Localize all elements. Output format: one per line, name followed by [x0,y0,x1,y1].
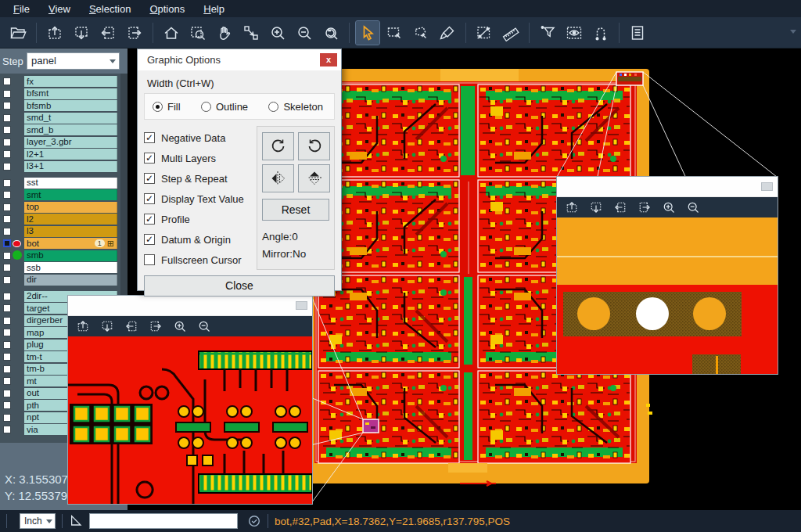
window-button[interactable] [761,182,773,191]
refresh-icon[interactable] [247,514,261,528]
layer-visibility-checkbox[interactable] [3,203,11,211]
menu-item[interactable]: Options [141,2,193,16]
layer-row[interactable]: smb [0,250,128,261]
layer-visibility-checkbox[interactable] [3,377,11,385]
layer-row[interactable]: smd_t [0,113,128,124]
brush-icon[interactable] [436,21,459,45]
pan-right-icon[interactable] [149,319,163,333]
menu-item[interactable]: View [40,2,79,16]
layer-visibility-checkbox[interactable] [3,239,11,247]
graphic-options-dialog[interactable]: Graphic Options x Width (Ctrl+W) Fill Ou… [137,49,342,291]
ruler-icon[interactable] [499,21,523,45]
menu-item[interactable]: Selection [81,2,139,16]
layer-name[interactable]: l2+1 [24,149,117,160]
layer-visibility-checkbox[interactable] [3,304,11,312]
magnifier-view[interactable] [557,217,778,374]
select-arrow-icon[interactable] [356,21,379,45]
layer-row[interactable]: smt [0,189,128,200]
dialog-title-bar[interactable]: Graphic Options x [138,49,341,70]
layer-name[interactable]: l3 [24,226,117,237]
mirror-horizontal-button[interactable] [262,164,294,192]
layer-name[interactable]: fx [24,76,117,87]
magnifier-window-top-right[interactable] [556,176,778,375]
zoom-in-icon[interactable] [173,319,187,333]
option-checkbox[interactable]: Negative Data [144,128,257,148]
zoom-out-icon[interactable] [293,21,316,45]
layer-visibility-checkbox[interactable] [3,317,11,325]
layer-visibility-checkbox[interactable] [3,264,11,271]
layer-name[interactable]: l3+1 [24,161,117,172]
menu-item[interactable]: File [5,2,38,16]
close-icon[interactable]: x [320,53,337,66]
layer-name[interactable]: smd_t [24,113,117,124]
filter-icon[interactable] [536,21,559,45]
layer-row[interactable]: l2 [0,214,128,225]
layer-row[interactable]: smd_b [0,124,128,135]
radio-option[interactable]: Skeleton [268,101,323,113]
option-checkbox[interactable]: Profile [144,209,257,229]
option-checkbox[interactable]: Display Text Value [144,189,257,209]
unit-select[interactable]: Inch [20,513,56,529]
pan-hand-icon[interactable] [213,21,236,45]
layer-visibility-checkbox[interactable] [3,329,11,336]
zoom-out-icon[interactable] [197,319,211,333]
layer-name[interactable]: bfsmb [24,100,117,111]
layer-row[interactable]: bot 1 ⊞ [0,238,128,249]
layer-name[interactable]: sst [24,178,117,189]
mirror-vertical-button[interactable] [298,164,330,192]
pan-up-icon[interactable] [565,200,579,214]
layer-visibility-checkbox[interactable] [3,215,11,223]
toolbar-overflow-icon[interactable] [790,30,796,34]
rotate-ccw-button[interactable] [298,132,330,160]
layer-visibility-checkbox[interactable] [3,401,11,409]
home-view-icon[interactable] [160,21,183,45]
option-checkbox[interactable]: Step & Repeat [144,168,257,189]
layer-visibility-checkbox[interactable] [3,341,11,349]
layer-visibility-checkbox[interactable] [3,276,11,284]
layer-row[interactable]: layer_3.gbr [0,137,128,148]
layer-name[interactable]: smb [24,250,117,261]
layer-visibility-checkbox[interactable] [3,390,11,397]
layer-row[interactable]: dir [0,275,128,286]
layer-visibility-checkbox[interactable] [3,414,11,422]
layer-visibility-checkbox[interactable] [3,426,11,433]
layer-visibility-checkbox[interactable] [3,179,11,187]
layer-name[interactable]: smt [24,189,117,200]
magnifier-view[interactable] [68,336,312,504]
select-polygon-icon[interactable] [409,21,433,45]
pan-right-icon[interactable] [123,21,146,45]
layer-visibility-checkbox[interactable] [3,191,11,199]
option-checkbox[interactable]: Multi Layers [144,148,257,168]
reset-button[interactable]: Reset [262,199,329,221]
layer-row[interactable]: sst [0,178,128,189]
pan-down-icon[interactable] [70,21,93,45]
radio-option[interactable]: Outline [201,101,248,113]
magnifier-title-bar[interactable] [68,296,312,316]
layer-name[interactable]: layer_3.gbr [24,137,117,148]
layer-visibility-checkbox[interactable] [3,102,11,110]
layer-row[interactable]: l2+1 [0,149,128,160]
layer-row[interactable]: ssb [0,262,128,273]
zoom-out-icon[interactable] [686,200,700,214]
layer-name[interactable]: smd_b [24,124,117,135]
layer-visibility-checkbox[interactable] [3,150,11,158]
command-input[interactable] [89,513,238,529]
option-checkbox[interactable]: Datum & Origin [144,229,257,250]
layer-row[interactable]: bfsmb [0,100,128,111]
pan-down-icon[interactable] [100,319,114,333]
layer-row[interactable]: top [0,202,128,213]
layer-visibility-checkbox[interactable] [3,353,11,361]
pan-down-icon[interactable] [589,200,603,214]
layer-name[interactable]: ssb [24,262,117,273]
pan-up-icon[interactable] [43,21,66,45]
layer-visibility-checkbox[interactable] [3,138,11,146]
mark-points-icon[interactable] [239,21,263,45]
zoom-previous-icon[interactable] [319,21,343,45]
open-folder-icon[interactable] [6,21,30,45]
layer-row[interactable]: l3+1 [0,161,128,172]
layer-name[interactable]: dir [24,275,117,286]
layer-visibility-checkbox[interactable] [3,90,11,98]
layer-visibility-checkbox[interactable] [3,114,11,122]
pan-right-icon[interactable] [638,200,652,214]
layer-row[interactable]: fx [0,76,128,87]
